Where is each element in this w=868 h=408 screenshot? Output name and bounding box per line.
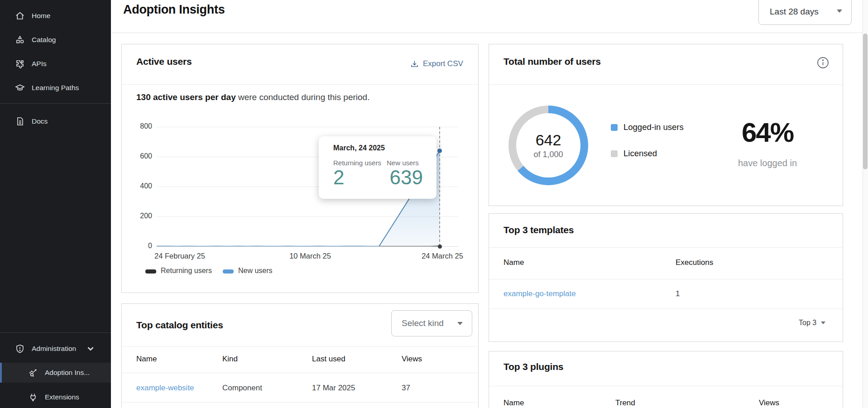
chevron-down-icon[interactable] <box>86 344 96 354</box>
donut-center-text: 642 of 1,000 <box>508 106 588 185</box>
header-divider <box>111 33 863 33</box>
sidebar-item-label: Adoption Ins... <box>45 369 90 377</box>
data-point-dot <box>437 149 442 153</box>
column-header-name: Name <box>504 258 524 267</box>
donut-legend-item: Licensed <box>611 149 657 158</box>
caret-down-icon <box>837 10 842 13</box>
table-divider <box>489 279 843 279</box>
shield-icon <box>15 344 25 354</box>
tooltip-returning-label: Returning users <box>333 159 381 167</box>
legend-swatch-licensed <box>611 150 618 157</box>
y-axis-tick: 0 <box>122 242 152 250</box>
sidebar-item-extensions[interactable]: Extensions <box>0 387 111 407</box>
card-title: Total number of users <box>504 56 601 67</box>
column-header-views: Views <box>759 398 779 408</box>
sidebar-item-label: Learning Paths <box>32 84 79 92</box>
percentage-value: 64% <box>706 117 829 148</box>
entity-views-value: 37 <box>402 384 410 393</box>
sidebar: Home Catalog APIs Learning Paths Docs Ad… <box>0 0 111 408</box>
download-icon <box>410 60 419 68</box>
sidebar-item-label: Extensions <box>45 393 79 401</box>
chart-subtitle: 130 active users per day were conducted … <box>136 92 369 102</box>
card-title: Top catalog entities <box>136 320 223 331</box>
y-axis-tick: 800 <box>122 122 152 130</box>
column-header-executions: Executions <box>676 258 713 267</box>
sidebar-item-learning-paths[interactable]: Learning Paths <box>0 78 111 98</box>
sidebar-item-catalog[interactable]: Catalog <box>0 30 111 50</box>
entity-last-used-value: 17 Mar 2025 <box>312 384 355 393</box>
axis-point-dot <box>438 245 442 249</box>
table-divider <box>122 402 478 403</box>
card-title: Top 3 plugins <box>504 361 563 372</box>
legend-label-licensed: Licensed <box>623 149 657 158</box>
sidebar-item-label: APIs <box>32 60 47 68</box>
learning-paths-icon <box>15 83 25 93</box>
card-title: Active users <box>136 56 192 67</box>
template-executions-value: 1 <box>676 289 680 298</box>
top-templates-card: Top 3 templates Name Executions example-… <box>489 213 843 342</box>
docs-icon <box>15 116 25 126</box>
gridline <box>157 246 458 247</box>
top-n-value: Top 3 <box>799 319 816 327</box>
chart-subtitle-bold: 130 active users per day <box>136 92 236 102</box>
date-range-select[interactable]: Last 28 days <box>758 0 852 25</box>
sidebar-item-label: Catalog <box>32 36 56 44</box>
adoption-insights-icon <box>28 368 38 378</box>
card-title: Top 3 templates <box>504 225 574 235</box>
top-n-select[interactable]: Top 3 <box>799 319 825 327</box>
card-header-divider <box>489 386 843 386</box>
entity-name-link[interactable]: example-website <box>136 384 194 393</box>
sidebar-item-home[interactable]: Home <box>0 6 111 26</box>
percentage-block: 64% have logged in <box>706 117 829 168</box>
sidebar-item-apis[interactable]: APIs <box>0 54 111 74</box>
y-axis-tick: 600 <box>122 152 152 160</box>
tooltip-new-value: 639 <box>375 166 423 189</box>
top-catalog-card: Top catalog entities Select kind Name Ki… <box>121 303 479 408</box>
legend-label-returning-users: Returning users <box>161 267 212 275</box>
select-kind-dropdown[interactable]: Select kind <box>391 310 472 336</box>
donut-total: of 1,000 <box>533 150 563 159</box>
top-plugins-card: Top 3 plugins Name Trend Views <box>489 351 843 408</box>
scrollbar-thumb[interactable] <box>863 34 868 169</box>
percentage-caption: have logged in <box>706 158 829 168</box>
column-header-last-used: Last used <box>312 355 345 364</box>
sidebar-divider <box>0 332 111 333</box>
plug-icon <box>28 392 38 402</box>
sidebar-item-label: Administration <box>32 345 76 353</box>
sidebar-item-docs[interactable]: Docs <box>0 111 111 131</box>
sidebar-item-label: Docs <box>32 117 48 125</box>
table-divider <box>122 373 478 373</box>
legend-label-logged-in: Logged-in users <box>623 122 684 132</box>
export-csv-button[interactable]: Export CSV <box>410 59 463 68</box>
column-header-name: Name <box>136 355 157 364</box>
select-kind-placeholder: Select kind <box>402 318 444 328</box>
tooltip-new-label: New users <box>387 159 419 167</box>
hover-dashed-line <box>439 127 440 246</box>
x-axis-tick: 10 March 25 <box>274 252 346 260</box>
entity-kind-value: Component <box>222 384 262 393</box>
date-range-value: Last 28 days <box>770 7 819 17</box>
export-csv-label: Export CSV <box>423 59 463 68</box>
tooltip-date: March, 24 2025 <box>333 144 385 152</box>
column-header-views: Views <box>402 355 422 364</box>
sidebar-divider <box>0 103 111 104</box>
card-header-divider <box>489 84 843 85</box>
legend-swatch-new-users <box>223 269 234 274</box>
chart-tooltip: March, 24 2025 Returning users New users… <box>319 136 436 199</box>
x-axis-tick: 24 February 25 <box>144 252 216 260</box>
sidebar-item-adoption-insights[interactable]: Adoption Ins... <box>0 363 111 383</box>
legend-label-new-users: New users <box>238 267 273 275</box>
table-divider <box>489 308 843 309</box>
sidebar-item-administration[interactable]: Administration <box>0 339 111 359</box>
template-name-link[interactable]: example-go-template <box>504 289 576 298</box>
y-axis-tick: 400 <box>122 182 152 190</box>
card-header-divider <box>489 247 843 248</box>
home-icon <box>15 11 25 21</box>
card-header-divider <box>122 346 478 347</box>
x-axis-tick: 24 March 25 <box>406 252 479 260</box>
caret-down-icon <box>457 322 463 325</box>
donut-legend-item: Logged-in users <box>611 122 684 132</box>
info-icon[interactable] <box>817 57 829 69</box>
page-title: Adoption Insights <box>123 3 225 17</box>
column-header-kind: Kind <box>222 355 238 364</box>
